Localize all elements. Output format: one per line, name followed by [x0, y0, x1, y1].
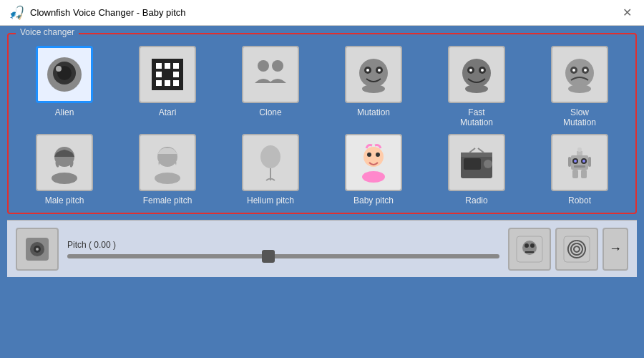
voice-label-baby-pitch: Baby pitch — [353, 195, 394, 205]
mute-icon-box[interactable] — [508, 228, 551, 271]
svg-rect-58 — [588, 157, 591, 167]
sound-icon-box[interactable] — [16, 228, 59, 271]
svg-line-47 — [469, 148, 475, 153]
voice-label-male-pitch: Male pitch — [45, 195, 84, 205]
pitch-container: Pitch ( 0.00 ) — [67, 240, 499, 258]
voice-changer-panel: Voice changer Alien — [7, 33, 637, 214]
voice-item-clone[interactable]: Clone — [222, 46, 319, 128]
svg-point-41 — [376, 153, 380, 157]
svg-rect-8 — [156, 72, 162, 77]
svg-rect-11 — [165, 80, 170, 86]
title-bar-left: 🎣 Clownfish Voice Changer - Baby pitch — [9, 5, 186, 21]
svg-rect-60 — [581, 170, 587, 178]
svg-rect-59 — [572, 170, 578, 178]
svg-point-30 — [572, 69, 575, 72]
svg-point-31 — [584, 69, 587, 72]
main-content: Voice changer Alien — [0, 26, 644, 358]
svg-point-15 — [359, 59, 388, 87]
svg-point-45 — [484, 160, 492, 168]
svg-point-14 — [272, 60, 283, 72]
svg-point-32 — [568, 84, 591, 93]
app-icon: 🎣 — [9, 5, 24, 21]
svg-point-52 — [574, 160, 577, 163]
voice-icon-female-pitch[interactable] — [139, 134, 196, 191]
svg-point-20 — [362, 84, 385, 93]
svg-point-26 — [465, 84, 488, 93]
voice-item-baby-pitch[interactable]: Baby pitch — [325, 134, 422, 205]
voice-icon-baby-pitch[interactable] — [345, 134, 402, 191]
voice-item-slow-mutation[interactable]: SlowMutation — [531, 46, 628, 128]
voice-item-helium-pitch[interactable]: Helium pitch — [222, 134, 319, 205]
voice-icon-radio[interactable] — [448, 134, 505, 191]
voice-label-fast-mutation: FastMutation — [460, 107, 493, 128]
voice-icon-male-pitch[interactable] — [36, 134, 93, 191]
svg-point-64 — [36, 248, 39, 251]
next-arrow-icon: → — [609, 241, 622, 256]
main-window: 🎣 Clownfish Voice Changer - Baby pitch ✕… — [0, 0, 644, 358]
voice-label-female-pitch: Female pitch — [143, 195, 192, 205]
svg-rect-6 — [165, 63, 170, 69]
voice-label-alien: Alien — [55, 107, 74, 117]
svg-line-48 — [478, 148, 484, 153]
svg-point-34 — [52, 173, 77, 184]
bottom-right-icons: → — [508, 228, 628, 271]
voice-icon-atari[interactable] — [139, 46, 196, 103]
svg-point-40 — [367, 153, 371, 157]
voice-icon-fast-mutation[interactable] — [448, 46, 505, 103]
voice-icon-robot[interactable] — [551, 134, 608, 191]
svg-point-36 — [155, 173, 180, 184]
voice-item-male-pitch[interactable]: Male pitch — [16, 134, 113, 205]
voice-item-atari[interactable]: Atari — [119, 46, 216, 128]
svg-rect-7 — [173, 63, 179, 69]
svg-rect-12 — [173, 80, 179, 86]
svg-point-56 — [577, 147, 582, 152]
svg-point-53 — [582, 160, 585, 163]
voice-item-alien[interactable]: Alien — [16, 46, 113, 128]
svg-point-13 — [258, 60, 269, 72]
voice-label-radio: Radio — [465, 195, 487, 205]
svg-point-68 — [530, 243, 535, 248]
voice-icon-clone[interactable] — [242, 46, 299, 103]
pitch-label: Pitch ( 0.00 ) — [67, 240, 499, 250]
voice-label-clone: Clone — [259, 107, 281, 117]
svg-rect-9 — [173, 72, 179, 77]
svg-rect-5 — [156, 63, 162, 69]
svg-rect-54 — [574, 165, 585, 168]
svg-point-25 — [481, 69, 484, 72]
voice-item-radio[interactable]: Radio — [428, 134, 525, 205]
voice-icon-mutation[interactable] — [345, 46, 402, 103]
svg-point-42 — [362, 171, 385, 183]
voice-label-mutation: Mutation — [357, 107, 390, 117]
voice-label-helium-pitch: Helium pitch — [247, 195, 294, 205]
svg-point-39 — [364, 147, 384, 167]
svg-rect-46 — [461, 153, 492, 157]
bottom-bar: Pitch ( 0.00 ) — [7, 220, 637, 277]
svg-point-67 — [525, 243, 529, 248]
svg-point-18 — [366, 69, 369, 72]
voice-label-atari: Atari — [159, 107, 177, 117]
svg-rect-57 — [568, 157, 571, 167]
voice-item-robot[interactable]: Robot — [531, 134, 628, 205]
voice-item-fast-mutation[interactable]: FastMutation — [428, 46, 525, 128]
voice-item-mutation[interactable]: Mutation — [325, 46, 422, 128]
close-button[interactable]: ✕ — [618, 4, 635, 21]
title-bar: 🎣 Clownfish Voice Changer - Baby pitch ✕ — [0, 0, 644, 26]
voice-icon-helium-pitch[interactable] — [242, 134, 299, 191]
svg-point-24 — [469, 69, 472, 72]
spiral-icon-box[interactable] — [555, 228, 598, 271]
voice-label-slow-mutation: SlowMutation — [563, 107, 596, 128]
svg-point-19 — [378, 69, 381, 72]
nav-next-button[interactable]: → — [602, 228, 628, 271]
pitch-slider-thumb[interactable] — [262, 250, 275, 263]
svg-point-37 — [260, 145, 280, 168]
svg-rect-44 — [464, 158, 481, 170]
svg-point-3 — [56, 66, 62, 72]
voice-icon-slow-mutation[interactable] — [551, 46, 608, 103]
voice-item-female-pitch[interactable]: Female pitch — [119, 134, 216, 205]
svg-point-27 — [565, 59, 594, 87]
voice-icon-alien[interactable] — [36, 46, 93, 103]
panel-label: Voice changer — [16, 27, 79, 37]
svg-rect-10 — [156, 80, 162, 86]
pitch-slider-track — [67, 254, 499, 258]
voice-icons-grid: Alien — [16, 46, 628, 205]
